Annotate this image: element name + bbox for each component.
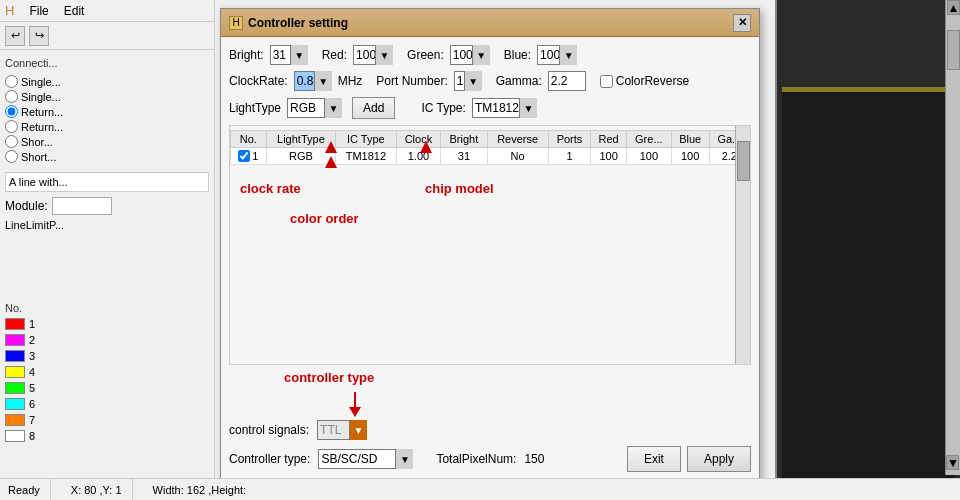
apply-button[interactable]: Apply <box>687 446 751 472</box>
blue-input[interactable] <box>537 45 577 65</box>
add-button[interactable]: Add <box>352 97 395 119</box>
redo-button[interactable]: ↪ <box>29 26 49 46</box>
col-ictype: IC Type <box>336 131 396 148</box>
annotation-color-order: color order <box>290 211 359 226</box>
green-label: Green: <box>407 48 444 62</box>
menu-item-file[interactable]: File <box>29 4 48 18</box>
status-bar: Ready X: 80 ,Y: 1 Width: 162 ,Height: <box>0 478 960 500</box>
right-scrollbar[interactable]: ▲ ▼ <box>945 0 960 475</box>
gamma-input[interactable] <box>548 71 586 91</box>
controller-type-select-wrapper: SB/SC/SD ▼ <box>318 449 413 469</box>
radio-short2[interactable]: Short... <box>5 149 209 164</box>
dialog-titlebar: H Controller setting ✕ <box>221 9 759 37</box>
color-swatch <box>5 350 25 362</box>
linelimit-label: LineLimitP... <box>5 219 209 231</box>
radio-shor1[interactable]: Shor... <box>5 134 209 149</box>
module-label: Module: <box>5 199 48 213</box>
bright-label: Bright: <box>229 48 264 62</box>
clockrate-input[interactable] <box>294 71 332 91</box>
color-list: No. 12345678 <box>5 300 205 444</box>
color-list-item: 7 <box>5 412 205 428</box>
ictype-select-wrapper: ▼ <box>472 98 537 118</box>
dialog-icon: H <box>229 16 243 30</box>
color-settings-row: Bright: ▼ Red: ▼ Green: ▼ Blue: ▼ <box>229 45 751 65</box>
colorreverse-label: ColorReverse <box>616 74 689 88</box>
radio-return1[interactable]: Return... <box>5 104 209 119</box>
menu-item-edit[interactable]: Edit <box>64 4 85 18</box>
ictype-input[interactable] <box>472 98 537 118</box>
controller-type-select[interactable]: SB/SC/SD <box>318 449 413 469</box>
blue-label: Blue: <box>504 48 531 62</box>
col-ports: Ports <box>548 131 590 148</box>
table-row[interactable]: 1 RGB TM1812 1.00 31 No 1 100 100 100 2.… <box>231 148 750 165</box>
portnumber-input[interactable] <box>454 71 482 91</box>
color-swatch <box>5 366 25 378</box>
portnumber-label: Port Number: <box>376 74 447 88</box>
colorreverse-checkbox[interactable] <box>600 75 613 88</box>
color-number: 7 <box>29 414 35 426</box>
color-number: 5 <box>29 382 35 394</box>
cell-no: 1 <box>231 148 267 165</box>
blue-select-wrapper: ▼ <box>537 45 577 65</box>
bright-select-wrapper: ▼ <box>270 45 308 65</box>
green-select-wrapper: ▼ <box>450 45 490 65</box>
cell-bright: 31 <box>441 148 487 165</box>
portnumber-select-wrapper: ▼ <box>454 71 482 91</box>
cell-ports: 1 <box>548 148 590 165</box>
module-input[interactable] <box>52 197 112 215</box>
color-number: 3 <box>29 350 35 362</box>
row-checkbox[interactable] <box>238 150 250 162</box>
gamma-label: Gamma: <box>496 74 542 88</box>
menu-bar: H File Edit <box>0 0 214 22</box>
cell-reverse: No <box>487 148 548 165</box>
right-scrollbar-up[interactable]: ▲ <box>947 0 960 15</box>
dialog-close-button[interactable]: ✕ <box>733 14 751 32</box>
colorreverse-wrapper: ColorReverse <box>600 74 689 88</box>
green-input[interactable] <box>450 45 490 65</box>
color-list-item: 5 <box>5 380 205 396</box>
col-lighttype: LightType <box>266 131 335 148</box>
color-swatch <box>5 318 25 330</box>
color-rows: 12345678 <box>5 316 205 444</box>
color-list-item: 1 <box>5 316 205 332</box>
radio-return2[interactable]: Return... <box>5 119 209 134</box>
col-red: Red <box>591 131 627 148</box>
cell-lighttype: RGB <box>266 148 335 165</box>
control-signals-row: control signals: ▼ <box>229 420 751 440</box>
app-icon: H <box>5 3 14 18</box>
red-label: Red: <box>322 48 347 62</box>
color-list-item: 2 <box>5 332 205 348</box>
cell-blue: 100 <box>671 148 709 165</box>
undo-button[interactable]: ↩ <box>5 26 25 46</box>
radio-single1[interactable]: Single... <box>5 74 209 89</box>
bright-input[interactable] <box>270 45 308 65</box>
total-pixel-label: TotalPixelNum: <box>436 452 516 466</box>
color-number: 4 <box>29 366 35 378</box>
color-number: 6 <box>29 398 35 410</box>
control-signals-input[interactable] <box>317 420 367 440</box>
controller-table: No. LightType IC Type Clock Bright Rever… <box>230 130 750 165</box>
color-swatch <box>5 398 25 410</box>
clockrate-label: ClockRate: <box>229 74 288 88</box>
red-input[interactable] <box>353 45 393 65</box>
col-blue: Blue <box>671 131 709 148</box>
col-reverse: Reverse <box>487 131 548 148</box>
color-list-header: No. <box>5 300 205 316</box>
col-green: Gre... <box>626 131 671 148</box>
line-with-label: A line with... <box>5 172 209 192</box>
scrollbar-thumb[interactable] <box>737 141 750 181</box>
controller-setting-dialog: H Controller setting ✕ Bright: ▼ Red: ▼ … <box>220 8 760 488</box>
color-swatch <box>5 382 25 394</box>
right-scrollbar-thumb[interactable] <box>947 30 960 70</box>
radio-single2[interactable]: Single... <box>5 89 209 104</box>
annotation-controller-type: controller type <box>284 370 374 385</box>
col-clock: Clock <box>396 131 441 148</box>
table-scrollbar[interactable] <box>735 126 750 364</box>
exit-button[interactable]: Exit <box>627 446 681 472</box>
controller-type-row: Controller type: SB/SC/SD ▼ TotalPixelNu… <box>229 446 751 472</box>
dialog-title: Controller setting <box>248 16 348 30</box>
clockrate-select-wrapper: ▼ <box>294 71 332 91</box>
status-ready: Ready <box>8 479 51 500</box>
right-scrollbar-down[interactable]: ▼ <box>946 455 959 470</box>
lighttype-input[interactable] <box>287 98 342 118</box>
